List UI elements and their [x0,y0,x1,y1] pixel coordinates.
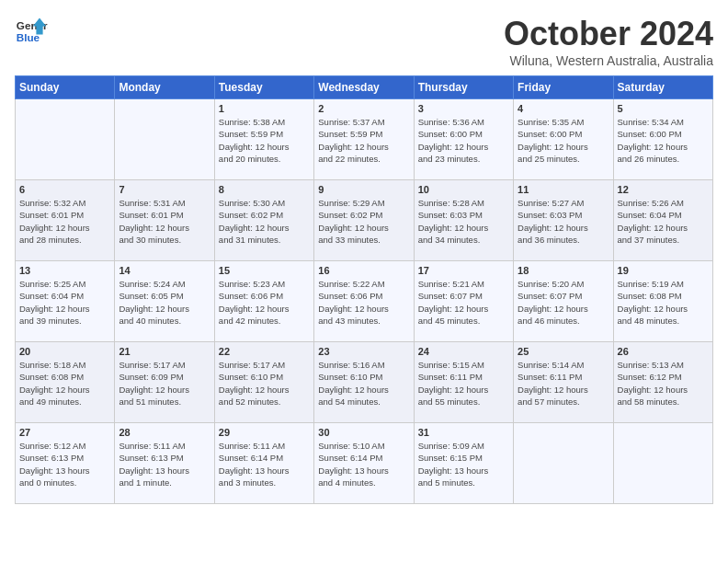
calendar-cell [514,423,613,504]
calendar-week-row: 6Sunrise: 5:32 AM Sunset: 6:01 PM Daylig… [16,180,713,261]
col-header-sunday: Sunday [16,76,115,99]
day-info: Sunrise: 5:11 AM Sunset: 6:14 PM Dayligh… [219,440,310,488]
logo: General Blue [15,15,48,48]
day-number: 27 [19,427,110,438]
calendar-cell: 14Sunrise: 5:24 AM Sunset: 6:05 PM Dayli… [115,261,214,342]
day-number: 30 [318,427,409,438]
day-number: 11 [518,184,609,195]
day-number: 5 [618,103,709,114]
calendar-cell: 26Sunrise: 5:13 AM Sunset: 6:12 PM Dayli… [613,342,712,423]
col-header-monday: Monday [115,76,214,99]
day-number: 21 [119,346,210,357]
day-number: 13 [19,265,110,276]
calendar-cell: 18Sunrise: 5:20 AM Sunset: 6:07 PM Dayli… [514,261,613,342]
day-info: Sunrise: 5:14 AM Sunset: 6:11 PM Dayligh… [518,359,609,408]
calendar-cell: 4Sunrise: 5:35 AM Sunset: 6:00 PM Daylig… [514,99,613,180]
day-number: 4 [518,103,609,114]
calendar-cell: 15Sunrise: 5:23 AM Sunset: 6:06 PM Dayli… [214,261,313,342]
calendar-cell: 17Sunrise: 5:21 AM Sunset: 6:07 PM Dayli… [414,261,513,342]
day-info: Sunrise: 5:38 AM Sunset: 5:59 PM Dayligh… [219,116,310,165]
calendar-week-row: 27Sunrise: 5:12 AM Sunset: 6:13 PM Dayli… [16,423,713,504]
location-subtitle: Wiluna, Western Australia, Australia [504,53,713,68]
day-number: 19 [618,265,709,276]
day-info: Sunrise: 5:22 AM Sunset: 6:06 PM Dayligh… [318,278,409,327]
day-info: Sunrise: 5:20 AM Sunset: 6:07 PM Dayligh… [518,278,609,327]
day-number: 17 [418,265,509,276]
calendar-cell [16,99,115,180]
calendar-cell: 9Sunrise: 5:29 AM Sunset: 6:02 PM Daylig… [314,180,414,261]
day-info: Sunrise: 5:27 AM Sunset: 6:03 PM Dayligh… [518,197,609,246]
calendar-table: SundayMondayTuesdayWednesdayThursdayFrid… [15,75,713,504]
day-number: 23 [318,346,409,357]
col-header-saturday: Saturday [613,76,712,99]
calendar-week-row: 13Sunrise: 5:25 AM Sunset: 6:04 PM Dayli… [16,261,713,342]
calendar-cell: 31Sunrise: 5:09 AM Sunset: 6:15 PM Dayli… [414,423,513,504]
day-info: Sunrise: 5:36 AM Sunset: 6:00 PM Dayligh… [418,116,509,165]
calendar-cell: 24Sunrise: 5:15 AM Sunset: 6:11 PM Dayli… [414,342,513,423]
calendar-cell [115,99,214,180]
day-number: 29 [219,427,310,438]
day-number: 15 [219,265,310,276]
calendar-cell: 5Sunrise: 5:34 AM Sunset: 6:00 PM Daylig… [613,99,712,180]
day-info: Sunrise: 5:24 AM Sunset: 6:05 PM Dayligh… [119,278,210,327]
calendar-cell: 3Sunrise: 5:36 AM Sunset: 6:00 PM Daylig… [414,99,513,180]
calendar-cell: 7Sunrise: 5:31 AM Sunset: 6:01 PM Daylig… [115,180,214,261]
day-info: Sunrise: 5:16 AM Sunset: 6:10 PM Dayligh… [318,359,409,408]
day-number: 24 [418,346,509,357]
day-number: 9 [318,184,409,195]
day-info: Sunrise: 5:23 AM Sunset: 6:06 PM Dayligh… [219,278,310,327]
calendar-cell: 10Sunrise: 5:28 AM Sunset: 6:03 PM Dayli… [414,180,513,261]
day-number: 12 [618,184,709,195]
page-header: General Blue October 2024 Wiluna, Wester… [15,15,713,68]
calendar-cell: 8Sunrise: 5:30 AM Sunset: 6:02 PM Daylig… [214,180,313,261]
day-number: 25 [518,346,609,357]
col-header-friday: Friday [514,76,613,99]
calendar-cell: 13Sunrise: 5:25 AM Sunset: 6:04 PM Dayli… [16,261,115,342]
calendar-cell: 1Sunrise: 5:38 AM Sunset: 5:59 PM Daylig… [214,99,313,180]
calendar-cell: 28Sunrise: 5:11 AM Sunset: 6:13 PM Dayli… [115,423,214,504]
calendar-cell: 25Sunrise: 5:14 AM Sunset: 6:11 PM Dayli… [514,342,613,423]
day-number: 28 [119,427,210,438]
day-info: Sunrise: 5:28 AM Sunset: 6:03 PM Dayligh… [418,197,509,246]
day-info: Sunrise: 5:11 AM Sunset: 6:13 PM Dayligh… [119,440,210,488]
day-info: Sunrise: 5:17 AM Sunset: 6:09 PM Dayligh… [119,359,210,408]
col-header-thursday: Thursday [414,76,513,99]
day-info: Sunrise: 5:32 AM Sunset: 6:01 PM Dayligh… [19,197,110,246]
calendar-cell: 20Sunrise: 5:18 AM Sunset: 6:08 PM Dayli… [16,342,115,423]
calendar-cell: 29Sunrise: 5:11 AM Sunset: 6:14 PM Dayli… [214,423,313,504]
day-info: Sunrise: 5:34 AM Sunset: 6:00 PM Dayligh… [618,116,709,165]
calendar-cell: 22Sunrise: 5:17 AM Sunset: 6:10 PM Dayli… [214,342,313,423]
col-header-wednesday: Wednesday [314,76,414,99]
month-title: October 2024 [504,15,713,53]
day-number: 8 [219,184,310,195]
day-number: 26 [618,346,709,357]
calendar-cell: 2Sunrise: 5:37 AM Sunset: 5:59 PM Daylig… [314,99,414,180]
day-info: Sunrise: 5:21 AM Sunset: 6:07 PM Dayligh… [418,278,509,327]
day-info: Sunrise: 5:18 AM Sunset: 6:08 PM Dayligh… [19,359,110,408]
day-info: Sunrise: 5:35 AM Sunset: 6:00 PM Dayligh… [518,116,609,165]
day-info: Sunrise: 5:29 AM Sunset: 6:02 PM Dayligh… [318,197,409,246]
calendar-header-row: SundayMondayTuesdayWednesdayThursdayFrid… [16,76,713,99]
day-number: 2 [318,103,409,114]
calendar-cell: 27Sunrise: 5:12 AM Sunset: 6:13 PM Dayli… [16,423,115,504]
day-info: Sunrise: 5:19 AM Sunset: 6:08 PM Dayligh… [618,278,709,327]
calendar-week-row: 20Sunrise: 5:18 AM Sunset: 6:08 PM Dayli… [16,342,713,423]
day-number: 1 [219,103,310,114]
day-info: Sunrise: 5:09 AM Sunset: 6:15 PM Dayligh… [418,440,509,488]
calendar-cell: 11Sunrise: 5:27 AM Sunset: 6:03 PM Dayli… [514,180,613,261]
logo-icon: General Blue [15,15,48,48]
day-number: 22 [219,346,310,357]
day-info: Sunrise: 5:17 AM Sunset: 6:10 PM Dayligh… [219,359,310,408]
calendar-cell: 16Sunrise: 5:22 AM Sunset: 6:06 PM Dayli… [314,261,414,342]
day-info: Sunrise: 5:26 AM Sunset: 6:04 PM Dayligh… [618,197,709,246]
calendar-week-row: 1Sunrise: 5:38 AM Sunset: 5:59 PM Daylig… [16,99,713,180]
calendar-cell: 19Sunrise: 5:19 AM Sunset: 6:08 PM Dayli… [613,261,712,342]
day-number: 7 [119,184,210,195]
calendar-cell: 21Sunrise: 5:17 AM Sunset: 6:09 PM Dayli… [115,342,214,423]
day-info: Sunrise: 5:37 AM Sunset: 5:59 PM Dayligh… [318,116,409,165]
day-number: 16 [318,265,409,276]
calendar-cell: 12Sunrise: 5:26 AM Sunset: 6:04 PM Dayli… [613,180,712,261]
day-info: Sunrise: 5:10 AM Sunset: 6:14 PM Dayligh… [318,440,409,488]
calendar-cell: 23Sunrise: 5:16 AM Sunset: 6:10 PM Dayli… [314,342,414,423]
day-number: 14 [119,265,210,276]
